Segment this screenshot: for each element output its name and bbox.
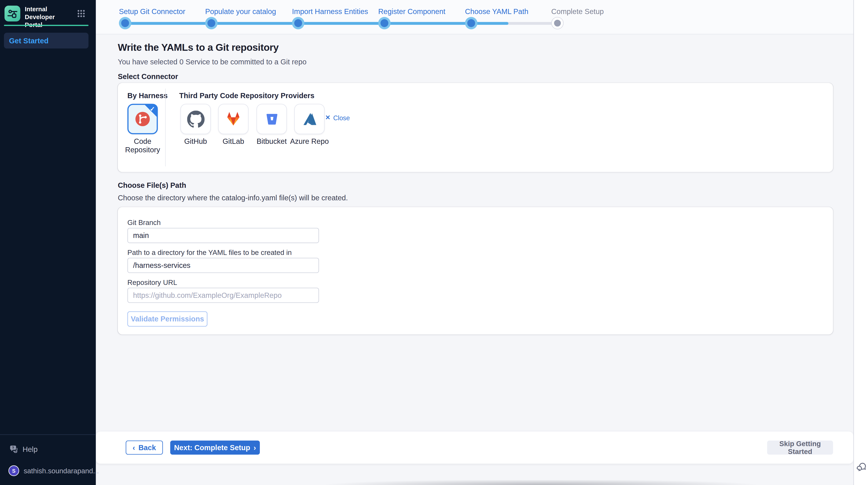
app-root: Internal Developer Portal Get Started ? … [0, 0, 868, 485]
github-icon [187, 110, 204, 128]
page-subtitle: You have selected 0 Service to be commit… [118, 58, 307, 66]
svg-text:?: ? [12, 446, 14, 450]
step-import-harness-entities[interactable]: Import Harness Entities [292, 7, 368, 16]
close-connector-picker-button[interactable]: ✕ Close [325, 114, 350, 121]
bottom-panel-shadow [265, 480, 817, 485]
yaml-directory-input[interactable] [127, 258, 319, 273]
third-party-label: Third Party Code Repository Providers [179, 91, 314, 100]
user-name: sathish.soundarapand... [24, 467, 99, 475]
choose-files-path-description: Choose the directory where the catalog-i… [118, 194, 348, 202]
step-populate-your-catalog[interactable]: Populate your catalog [205, 7, 276, 16]
step-register-component[interactable]: Register Component [378, 7, 445, 16]
connector-card-github[interactable] [180, 104, 211, 134]
connector-card-gitlab[interactable] [218, 104, 249, 134]
step-dot-icon [292, 17, 304, 29]
pipeline-logo-icon [7, 8, 18, 19]
bitbucket-icon [263, 110, 280, 128]
connector-card-azure-repo[interactable] [294, 104, 324, 134]
repository-url-input[interactable] [127, 288, 319, 303]
wizard-stepper: Setup Git Connector Populate your catalo… [96, 0, 854, 34]
azure-repo-icon [301, 110, 318, 128]
step-dot-icon [205, 17, 217, 29]
help-chat-icon: ? [9, 445, 19, 454]
by-harness-label: By Harness [127, 91, 168, 100]
wizard-footer: ‹ Back Next: Complete Setup › Skip Getti… [96, 431, 854, 463]
step-dot-icon [378, 17, 391, 29]
sidebar-item-get-started[interactable]: Get Started [4, 33, 89, 49]
select-connector-heading: Select Connector [118, 72, 178, 81]
page-title: Write the YAMLs to a Git repository [118, 41, 279, 54]
chevron-left-icon: ‹ [133, 444, 135, 451]
step-dot-icon [551, 17, 564, 29]
connector-card-bitbucket[interactable] [256, 104, 287, 134]
connector-group-divider [165, 89, 166, 166]
step-dot-icon [119, 17, 131, 29]
validate-permissions-button[interactable]: Validate Permissions [127, 311, 207, 327]
avatar: S [8, 465, 19, 476]
stepper-track-progress [125, 22, 508, 24]
chevron-right-icon: › [253, 444, 256, 451]
right-edge-strip [854, 0, 868, 485]
sidebar-bottom-divider [0, 434, 96, 435]
close-icon: ✕ [325, 114, 330, 121]
step-complete-setup[interactable]: Complete Setup [551, 7, 604, 16]
git-branch-label: Git Branch [127, 219, 161, 227]
sidebar: Internal Developer Portal Get Started ? … [0, 0, 96, 485]
connector-card-label: Code Repository [120, 137, 165, 154]
choose-files-path-heading: Choose File(s) Path [118, 181, 186, 190]
next-complete-setup-button[interactable]: Next: Complete Setup › [170, 440, 260, 455]
harness-idp-logo [4, 6, 20, 22]
sidebar-accent-divider [4, 25, 89, 26]
connector-panel: By Harness Third Party Code Repository P… [118, 83, 833, 172]
git-branch-input[interactable] [127, 228, 319, 243]
apps-grid-icon[interactable] [77, 9, 85, 18]
file-path-form-panel: Git Branch Path to a directory for the Y… [118, 207, 833, 334]
help-button[interactable]: ? Help [9, 445, 38, 454]
step-dot-icon [465, 17, 477, 29]
back-button[interactable]: ‹ Back [126, 440, 163, 455]
check-icon: ✓ [150, 106, 155, 113]
step-choose-yaml-path[interactable]: Choose YAML Path [465, 7, 529, 16]
yaml-directory-label: Path to a directory for the YAML files t… [127, 249, 292, 257]
connector-card-code-repository[interactable]: ✓ [127, 104, 158, 134]
connector-card-label: Azure Repo [287, 137, 332, 145]
gitlab-icon [224, 110, 242, 128]
skip-getting-started-button[interactable]: Skip Getting Started [767, 440, 833, 455]
support-chat-icon[interactable] [856, 461, 867, 473]
step-setup-git-connector[interactable]: Setup Git Connector [119, 7, 185, 16]
user-account-button[interactable]: S sathish.soundarapand... [8, 465, 99, 476]
repository-url-label: Repository URL [127, 279, 177, 287]
